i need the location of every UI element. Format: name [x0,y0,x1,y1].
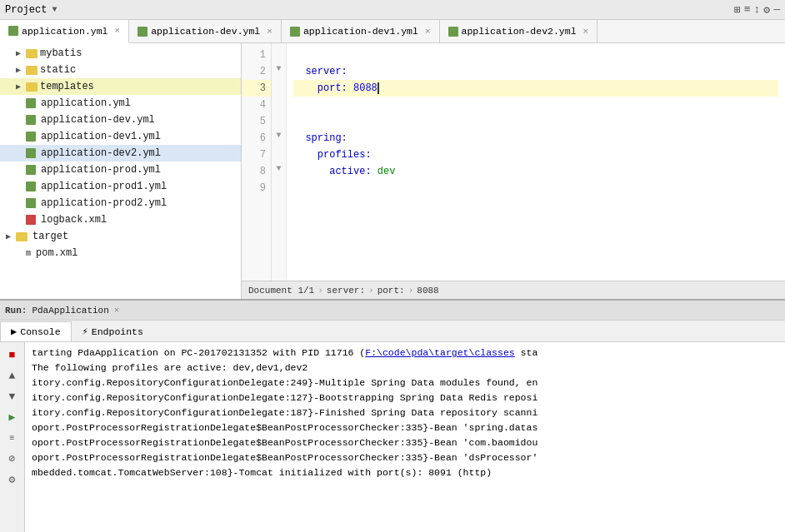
code-line [293,47,778,63]
list-icon[interactable]: ≡ [744,3,751,17]
tree-item-label: application-prod.yml [41,164,161,176]
tree-item-label: pom.xml [36,247,78,259]
tree-item-label: target [32,231,68,242]
tree-item-application-dev-yml[interactable]: ▶ application-dev.yml [0,112,241,128]
line-number: 7 [242,147,271,163]
settings-icon[interactable]: ⚙ [763,3,770,17]
tree-item-application-yml[interactable]: ▶ application.yml [0,95,241,112]
tree-item-application-prod1-yml[interactable]: ▶ application-prod1.yml [0,178,241,195]
console-line: mbedded.tomcat.TomcatWebServer:108}-Tomc… [32,465,778,480]
tab-label: application-dev.yml [151,26,260,37]
code-line: server: [293,63,778,80]
status-bar: Document 1/1 › server: › port: › 8088 [242,281,785,299]
console-text: oport.PostProcessorRegistrationDelegate$… [32,452,538,463]
sidebar: ▶ mybatis ▶ static ▶ templates ▶ applica… [0,43,242,299]
tab-application-dev1-yml[interactable]: application-dev1.yml × [282,20,440,42]
yaml-file-icon [26,198,36,208]
line-number-active: 3 [242,80,271,97]
console-text: sta [515,347,538,358]
tab-close-icon[interactable]: × [583,27,589,37]
tab-endpoints[interactable]: ⚡ Endpoints [72,321,154,341]
top-bar-icons: ⊞ ≡ ↕ ⚙ — [734,3,780,17]
tree-item-label: mybatis [40,47,82,59]
maven-icon: m [26,249,31,258]
fold-mark[interactable]: ▼ [272,127,286,143]
top-bar: Project ▼ ⊞ ≡ ↕ ⚙ — [0,0,785,20]
tree-arrow-icon: ▶ [3,231,13,241]
tree-arrow-icon: ▶ [13,65,23,75]
editor-tabs: application.yml × application-dev.yml × … [0,20,785,43]
stop-button[interactable]: ■ [3,346,22,364]
yaml-file-icon [26,165,36,175]
folder-icon [26,82,38,92]
tree-item-label: application-dev2.yml [41,147,161,159]
line-number: 4 [242,97,271,113]
code-line: active: dev [293,163,778,180]
file-tree: ▶ mybatis ▶ static ▶ templates ▶ applica… [0,43,241,299]
console-text: tarting PdaApplication on PC-20170213135… [32,347,365,358]
layout-icon[interactable]: ⊞ [734,3,741,17]
run-app-name: PdaApplication [32,306,108,316]
tree-item-application-prod-yml[interactable]: ▶ application-prod.yml [0,162,241,178]
fold-mark[interactable]: ▼ [272,60,286,77]
tree-item-application-dev2-yml[interactable]: ▶ application-dev2.yml [0,145,241,162]
fold-mark[interactable]: ▼ [272,160,286,177]
run-close-icon[interactable]: × [114,306,120,316]
tree-item-target[interactable]: ▶ target [0,228,241,245]
tree-item-static[interactable]: ▶ static [0,62,241,78]
console-text: oport.PostProcessorRegistrationDelegate$… [32,437,538,448]
sort-icon[interactable]: ↕ [754,3,761,17]
fold-mark [272,77,286,93]
line-number: 8 [242,163,271,180]
tab-console[interactable]: ▶ Console [0,321,72,341]
console-link[interactable]: F:\code\pda\target\classes [365,347,514,358]
folder-icon [16,232,28,241]
run-bar: Run: PdaApplication × [0,301,785,321]
minimize-icon[interactable]: — [773,3,780,17]
status-server: server: [327,286,365,296]
tab-close-icon[interactable]: × [267,27,272,37]
tree-arrow-icon: ▶ [13,82,23,92]
fold-mark [272,177,286,193]
tree-item-application-dev1-yml[interactable]: ▶ application-dev1.yml [0,128,241,145]
console-output[interactable]: tarting PdaApplication on PC-20170213135… [25,342,785,532]
tab-endpoints-label: Endpoints [92,326,143,337]
tab-application-yml[interactable]: application.yml × [0,20,129,43]
console-text: oport.PostProcessorRegistrationDelegate$… [32,422,538,433]
tree-arrow-icon: ▶ [13,48,23,58]
tab-label: application-dev2.yml [462,26,577,37]
filter-button[interactable]: ⊘ [3,450,22,468]
code-line: profiles: [293,147,778,163]
fold-mark [272,93,286,110]
tab-application-dev2-yml[interactable]: application-dev2.yml × [440,20,598,42]
code-editor[interactable]: server: port: 8088 spring: profiles: act… [287,43,785,281]
code-line [293,113,778,130]
scroll-down-button[interactable]: ▼ [3,387,22,405]
yaml-file-icon [448,27,458,37]
console-text: itory.config.RepositoryConfigurationDele… [32,377,538,388]
top-bar-dropdown-icon[interactable]: ▼ [52,5,57,14]
run-label: Run: [5,306,27,316]
yaml-file-icon [290,27,300,37]
folder-icon [26,49,38,58]
scroll-up-button[interactable]: ▲ [3,366,22,385]
tab-close-icon[interactable]: × [425,27,431,37]
tree-item-logback-xml[interactable]: ▶ logback.xml [0,211,241,228]
tree-item-application-prod2-yml[interactable]: ▶ application-prod2.yml [0,195,241,211]
bottom-tabs: ▶ Console ⚡ Endpoints [0,321,785,342]
editor-area: 1 2 3 4 5 6 7 8 9 ▼ ▼ ▼ [242,43,785,299]
tab-close-icon[interactable]: × [115,26,121,36]
tab-label: application-dev1.yml [303,26,418,37]
console-text: itory.config.RepositoryConfigurationDele… [32,407,538,418]
tree-item-templates[interactable]: ▶ templates [0,78,241,95]
tree-item-mybatis[interactable]: ▶ mybatis [0,45,241,62]
tab-application-dev-yml[interactable]: application-dev.yml × [129,20,282,42]
settings-button[interactable]: ⚙ [3,470,22,489]
fold-mark [272,43,286,60]
wrap-button[interactable]: ≡ [3,429,22,447]
tree-item-label: logback.xml [41,214,107,226]
tab-console-label: Console [20,326,60,337]
run-button[interactable]: ▶ [3,408,22,426]
tree-item-pom-xml[interactable]: ▶ m pom.xml [0,245,241,261]
yaml-file-icon [26,132,36,142]
